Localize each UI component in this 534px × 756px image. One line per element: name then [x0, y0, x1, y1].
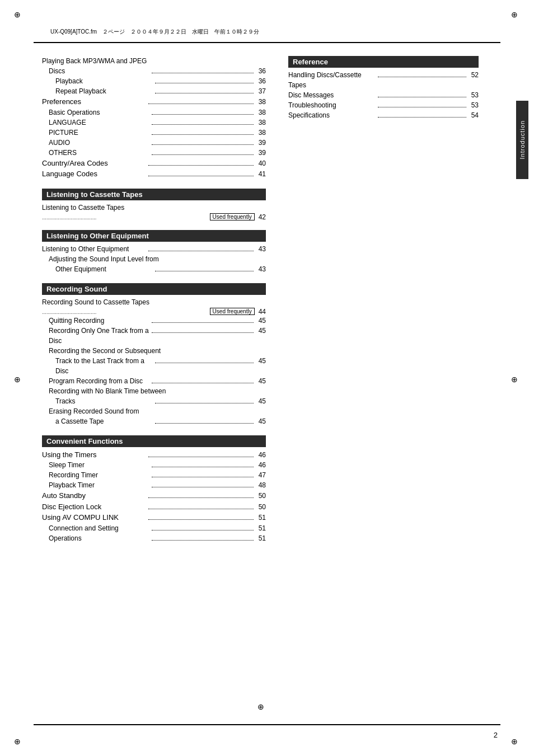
toc-text-disc-ejection: Disc Ejection Lock [42, 501, 147, 513]
toc-text-recording-timer: Recording Timer [49, 470, 151, 480]
toc-text-av-compu-link: Using AV COMPU LINK [42, 512, 147, 523]
toc-page-handling-discs: 52 [467, 70, 479, 80]
other-equipment-section-header: Listening to Other Equipment [42, 230, 266, 242]
toc-entry-erasing-1: Erasing Recorded Sound from [42, 406, 266, 416]
sidebar-label: Introduction [516, 101, 528, 179]
toc-dots-country-codes [148, 165, 254, 166]
toc-page-others: 39 [255, 148, 266, 158]
toc-entry-operations: Operations 51 [42, 533, 266, 543]
toc-entry-preferences: Preferences 38 [42, 96, 266, 107]
toc-page-program-recording: 45 [255, 376, 266, 386]
toc-text-basic-ops: Basic Operations [49, 107, 151, 118]
toc-text-no-blank-1: Recording with No Blank Time between [49, 386, 266, 396]
corner-mark-mr [511, 375, 520, 384]
toc-entry-auto-standby: Auto Standby 50 [42, 490, 266, 501]
toc-page-no-blank-2: 45 [255, 396, 266, 406]
cassette-dots: ...................................... [42, 214, 210, 220]
toc-dots-operations [152, 540, 254, 541]
toc-page-erasing-2: 45 [255, 416, 266, 426]
toc-text-adjusting-sound-2: Other Equipment [55, 264, 154, 274]
toc-dots-audio [152, 144, 254, 145]
top-entries-group: Playing Back MP3/WMA and JPEG Discs 36 P… [42, 56, 266, 180]
toc-page-operations: 51 [255, 533, 266, 543]
toc-text-language: LANGUAGE [49, 118, 151, 128]
toc-entry-playback-timer: Playback Timer 48 [42, 480, 266, 490]
toc-dots-other-equipment [148, 251, 254, 251]
toc-text-specifications: Specifications [288, 110, 377, 120]
toc-entry-av-compu-link: Using AV COMPU LINK 51 [42, 512, 266, 523]
toc-text-audio: AUDIO [49, 138, 151, 148]
toc-entry-country-codes: Country/Area Codes 40 [42, 158, 266, 169]
toc-text-erasing-1: Erasing Recorded Sound from [49, 406, 266, 416]
corner-mark-tl [14, 10, 23, 19]
recording-entry-text: Recording Sound to Cassette Tapes [42, 298, 149, 306]
toc-page-recording-one-track: 45 [255, 326, 266, 336]
toc-text-connection-setting: Connection and Setting [49, 523, 151, 533]
right-column: Reference Handling Discs/Cassette Tapes … [288, 56, 479, 129]
toc-page-using-timers: 46 [255, 450, 266, 460]
toc-text-disc-messages: Disc Messages [288, 90, 377, 100]
toc-page-picture: 38 [255, 128, 266, 138]
corner-mark-bl [14, 737, 23, 746]
cassette-used-frequently-badge: Used frequently [210, 213, 255, 220]
toc-page-preferences: 38 [255, 97, 266, 107]
toc-page-other-equipment: 43 [255, 244, 266, 254]
toc-entry-language-codes: Language Codes 41 [42, 168, 266, 180]
cassette-badge-row: ...................................... U… [42, 213, 266, 221]
toc-entry-recording-timer: Recording Timer 47 [42, 470, 266, 480]
toc-entry-basic-ops: Basic Operations 38 [42, 107, 266, 118]
toc-dots-playback-timer [152, 487, 254, 487]
recording-dots: ...................................... [42, 308, 210, 315]
toc-page-auto-standby: 50 [255, 491, 266, 501]
toc-entry-others: OTHERS 39 [42, 148, 266, 158]
toc-text-discs: Discs [49, 66, 151, 76]
toc-page-country-codes: 40 [255, 158, 266, 168]
toc-page-playback-timer: 48 [255, 480, 266, 490]
toc-page-language-codes: 41 [255, 169, 266, 179]
toc-dots-discs [152, 73, 254, 73]
toc-entry-troubleshooting: Troubleshooting 53 [288, 100, 479, 110]
toc-entry-specifications: Specifications 54 [288, 110, 479, 120]
toc-dots-program-recording [152, 383, 254, 383]
toc-dots-disc-ejection [148, 509, 254, 509]
toc-text-troubleshooting: Troubleshooting [288, 100, 377, 110]
toc-page-adjusting-sound-2: 43 [255, 264, 266, 274]
toc-dots-auto-standby [148, 497, 254, 498]
toc-dots-connection-setting [152, 530, 254, 530]
toc-dots-playback [155, 83, 254, 83]
toc-text-recording-second-1: Recording the Second or Subsequent [49, 346, 266, 356]
toc-text-repeat-playback: Repeat Playback [55, 86, 154, 96]
sidebar-label-text: Introduction [519, 120, 526, 159]
convenient-section: Convenient Functions Using the Timers 46… [42, 435, 266, 543]
toc-entry-quitting-recording: Quitting Recording 45 [42, 316, 266, 326]
toc-text-sleep-timer: Sleep Timer [49, 460, 151, 470]
toc-dots-av-compu-link [148, 519, 254, 520]
toc-entry-disc-ejection: Disc Ejection Lock 50 [42, 501, 266, 513]
cassette-section-header: Listening to Cassette Tapes [42, 189, 266, 200]
toc-entry-other-equipment: Listening to Other Equipment 43 [42, 244, 266, 254]
corner-mark-tr [511, 10, 520, 19]
toc-text-erasing-2: a Cassette Tape [55, 416, 154, 426]
toc-text-playback-timer: Playback Timer [49, 480, 151, 490]
toc-page-audio: 39 [255, 138, 266, 148]
cassette-page-num: 42 [259, 213, 266, 221]
toc-dots-no-blank-2 [155, 403, 254, 403]
toc-text-recording-one-track: Recording Only One Track from a Disc [49, 326, 151, 346]
toc-page-quitting-recording: 45 [255, 316, 266, 326]
toc-text-playback: Playback [55, 76, 154, 86]
recording-main-entry: Recording Sound to Cassette Tapes [42, 297, 266, 307]
toc-page-language: 38 [255, 118, 266, 128]
toc-dots-recording-second-2 [155, 363, 254, 363]
toc-entry-adjusting-sound-2: Other Equipment 43 [42, 264, 266, 274]
page-container: UX-Q09[A]TOC.fm ２ページ ２００４年９月２２日 水曜日 午前１０… [0, 0, 534, 756]
toc-entry-recording-second-2: Track to the Last Track from a Disc 45 [42, 356, 266, 376]
toc-text-quitting-recording: Quitting Recording [49, 316, 151, 326]
page-number: 2 [494, 731, 498, 739]
corner-mark-mc [257, 702, 266, 711]
toc-text-adjusting-sound-1: Adjusting the Sound Input Level from [49, 254, 266, 264]
toc-entry-using-timers: Using the Timers 46 [42, 449, 266, 461]
toc-dots-recording-timer [152, 477, 254, 477]
toc-entry-repeat-playback: Repeat Playback 37 [42, 86, 266, 96]
toc-page-troubleshooting: 53 [467, 100, 479, 110]
toc-entry-adjusting-sound-1: Adjusting the Sound Input Level from [42, 254, 266, 264]
